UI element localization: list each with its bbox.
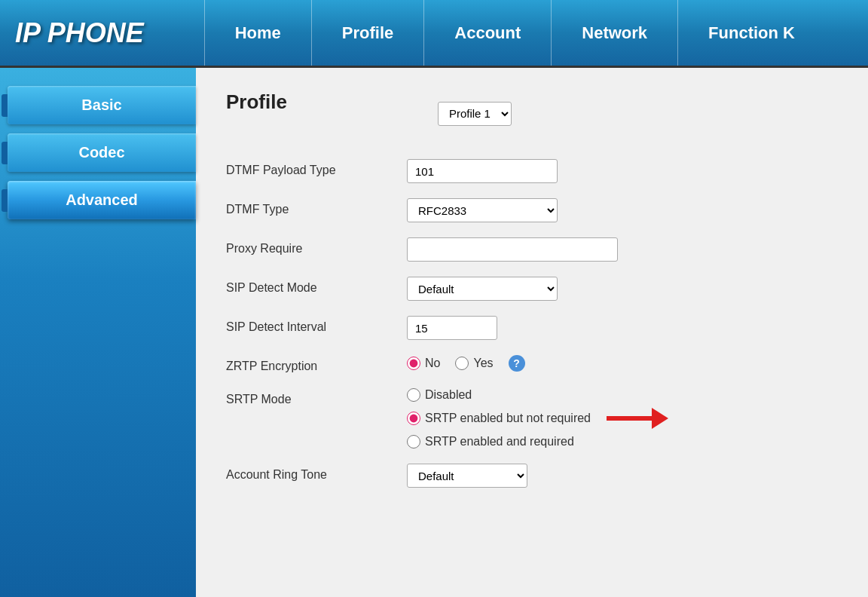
proxy-require-label: Proxy Require — [226, 237, 392, 256]
zrtp-encryption-row: ZRTP Encryption No Yes ? — [226, 355, 838, 373]
dtmf-payload-type-control — [407, 159, 558, 183]
srtp-mode-label: SRTP Mode — [226, 388, 392, 406]
main-layout: Basic Codec Advanced Profile Profile 1 P… — [0, 68, 868, 597]
arrow-shaft — [607, 416, 652, 421]
sidebar-item-advanced[interactable]: Advanced — [8, 181, 196, 219]
srtp-enabled-required-radio[interactable] — [407, 435, 420, 449]
main-nav: Home Profile Account Network Function K — [204, 0, 868, 66]
sidebar: Basic Codec Advanced — [0, 68, 196, 597]
sidebar-item-basic[interactable]: Basic — [8, 86, 196, 124]
page-title: Profile — [226, 90, 287, 114]
sidebar-item-codec[interactable]: Codec — [8, 133, 196, 172]
nav-account[interactable]: Account — [423, 0, 551, 66]
proxy-require-input[interactable] — [407, 237, 618, 262]
proxy-require-row: Proxy Require — [226, 237, 838, 262]
srtp-disabled-label: Disabled — [425, 388, 472, 402]
sip-detect-interval-row: SIP Detect Interval — [226, 316, 838, 340]
zrtp-no-radio[interactable] — [407, 357, 420, 370]
sip-detect-interval-label: SIP Detect Interval — [226, 316, 392, 334]
zrtp-encryption-label: ZRTP Encryption — [226, 355, 392, 373]
nav-home[interactable]: Home — [204, 0, 311, 66]
zrtp-yes-radio[interactable] — [455, 357, 469, 370]
zrtp-encryption-control: No Yes ? — [407, 355, 525, 372]
zrtp-no-label: No — [425, 357, 440, 370]
content-area: Profile Profile 1 Profile 2 Profile 3 Pr… — [196, 68, 868, 597]
dtmf-type-label: DTMF Type — [226, 198, 392, 216]
srtp-enabled-not-required-radio[interactable] — [407, 412, 420, 425]
sip-detect-mode-control: Default Auto Manual — [407, 277, 558, 301]
sip-detect-mode-label: SIP Detect Mode — [226, 277, 392, 295]
dtmf-payload-type-label: DTMF Payload Type — [226, 159, 392, 177]
srtp-disabled-radio[interactable] — [407, 388, 420, 402]
account-ring-tone-label: Account Ring Tone — [226, 464, 392, 482]
nav-network[interactable]: Network — [551, 0, 677, 66]
account-ring-tone-control: Default Ring 1 Ring 2 Ring 3 — [407, 464, 527, 488]
account-ring-tone-select[interactable]: Default Ring 1 Ring 2 Ring 3 — [407, 464, 527, 488]
zrtp-help-icon[interactable]: ? — [509, 355, 525, 372]
zrtp-yes-label: Yes — [473, 357, 493, 370]
sip-detect-mode-row: SIP Detect Mode Default Auto Manual — [226, 277, 838, 301]
srtp-arrow-indicator — [607, 408, 668, 429]
header: IP PHONE Home Profile Account Network Fu… — [0, 0, 868, 68]
zrtp-no-option: No — [407, 357, 440, 370]
profile-select-wrapper: Profile 1 Profile 2 Profile 3 Profile 4 — [438, 102, 512, 126]
nav-function[interactable]: Function K — [677, 0, 825, 66]
srtp-mode-row: SRTP Mode Disabled SRTP enabled but not … — [226, 388, 838, 449]
nav-profile[interactable]: Profile — [311, 0, 423, 66]
srtp-disabled-option: Disabled — [407, 388, 668, 402]
srtp-enabled-required-label: SRTP enabled and required — [425, 435, 574, 449]
zrtp-yes-option: Yes — [455, 357, 493, 370]
dtmf-payload-type-input[interactable] — [407, 159, 558, 183]
profile-header: Profile Profile 1 Profile 2 Profile 3 Pr… — [226, 90, 838, 136]
sip-detect-interval-control — [407, 316, 497, 340]
srtp-enabled-not-required-option: SRTP enabled but not required — [407, 408, 668, 429]
dtmf-type-row: DTMF Type RFC2833 In-band SIP INFO — [226, 198, 838, 222]
arrow-head — [652, 408, 668, 429]
dtmf-type-control: RFC2833 In-band SIP INFO — [407, 198, 558, 222]
proxy-require-control — [407, 237, 618, 262]
profile-select[interactable]: Profile 1 Profile 2 Profile 3 Profile 4 — [438, 102, 512, 126]
dtmf-type-select[interactable]: RFC2833 In-band SIP INFO — [407, 198, 558, 222]
form-section: DTMF Payload Type DTMF Type RFC2833 In-b… — [226, 159, 838, 488]
sip-detect-mode-select[interactable]: Default Auto Manual — [407, 277, 558, 301]
srtp-radio-group: Disabled SRTP enabled but not required — [407, 388, 668, 449]
srtp-enabled-not-required-label: SRTP enabled but not required — [425, 412, 591, 425]
account-ring-tone-row: Account Ring Tone Default Ring 1 Ring 2 … — [226, 464, 838, 488]
sip-detect-interval-input[interactable] — [407, 316, 497, 340]
srtp-enabled-required-option: SRTP enabled and required — [407, 435, 668, 449]
logo: IP PHONE — [15, 17, 144, 49]
dtmf-payload-type-row: DTMF Payload Type — [226, 159, 838, 183]
srtp-mode-control: Disabled SRTP enabled but not required — [407, 388, 668, 449]
